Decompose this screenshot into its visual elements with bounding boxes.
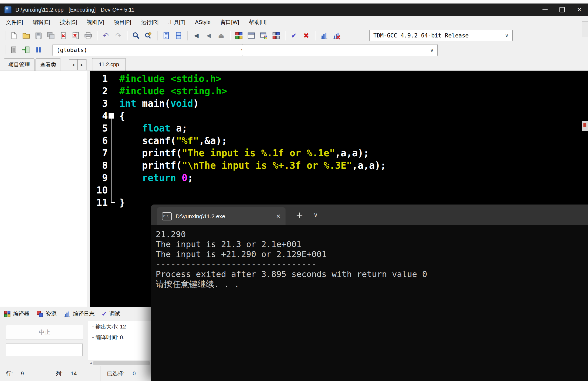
tab-compile-log-label: 编译日志 [73,310,95,317]
tab-resources[interactable]: 资源 [36,310,57,317]
back-button[interactable]: ◀ [190,30,203,41]
source-lines-icon [162,32,170,40]
gray-door-icon [10,46,18,54]
close-file-button[interactable] [57,30,69,41]
toolbar-gripper[interactable] [3,45,5,54]
abort-button[interactable]: 中止 [6,325,83,340]
menu-file[interactable]: 文件[F] [1,19,28,26]
tab-compiler[interactable]: 编译器 [4,310,29,317]
new-file-button[interactable] [8,30,20,41]
status-col-cell: 列: 14 [49,366,100,381]
find-button[interactable] [130,30,142,41]
code-line: return 0; [119,172,386,184]
code-line: printf("The input is %.1f or %.1e",a,a); [119,147,386,159]
new-tab-button[interactable]: + [292,205,307,225]
compiler-select[interactable]: TDM-GCC 4.9.2 64-bit Release ∨ [369,30,513,41]
scope-select[interactable]: (globals) ∨ [53,44,248,56]
terminal-output[interactable]: 21.290 The input is 21.3 or 2.1e+001 The… [151,225,588,289]
open-folder-icon [22,32,30,40]
menu-window[interactable]: 窗口[W] [215,19,244,26]
tab-next-icon: ► [80,63,84,67]
back-icon: ◀ [194,33,199,39]
terminal-window[interactable]: C:\ D:\yunxing\11.2.exe ✕ + ∨ 21.290 The… [151,205,588,381]
scroll-left-icon[interactable]: ◄ [88,361,93,365]
delete-profile-button[interactable] [330,30,343,41]
terminal-tab-bar[interactable]: C:\ D:\yunxing\11.2.exe ✕ + ∨ [151,205,588,225]
compile-button[interactable] [233,30,245,41]
tab-compile-log[interactable]: 编译日志 [64,310,95,317]
tab-debug[interactable]: ✔ 调试 [102,310,120,318]
goto-declaration-button[interactable]: ⏏ [215,30,227,41]
menu-project[interactable]: 项目[P] [109,19,136,26]
goto-function-button[interactable] [172,30,185,41]
abort-compile-button[interactable]: ✖ [300,30,312,41]
terminal-tab[interactable]: C:\ D:\yunxing\11.2.exe ✕ [157,207,286,225]
menu-search[interactable]: 搜索[S] [55,19,82,26]
toolbar-gripper[interactable] [3,31,5,40]
rebuild-all-button[interactable] [270,30,282,41]
app-icon[interactable] [4,6,12,13]
clipped-side-panel [582,21,588,37]
forward-icon: ◀ [207,33,211,39]
status-line-cell: 行: 9 [0,366,49,381]
compile-grid-icon [235,32,243,40]
forward-button[interactable]: ◀ [203,30,215,41]
code-line: float a; [119,122,386,134]
close-all-button[interactable] [69,30,82,41]
debug-button[interactable]: ✔ [288,30,300,41]
menu-astyle[interactable]: AStyle [190,19,215,25]
tab-scroll-left-button[interactable]: ◄ [69,59,78,70]
replace-button[interactable] [142,30,155,41]
toolbar-separator [97,31,97,40]
line-number: 4 [90,110,108,122]
insert-member-button[interactable] [20,44,32,56]
profile-button[interactable] [318,30,330,41]
project-browser-panel[interactable] [0,71,87,307]
redo-button[interactable]: ↷ [112,30,124,41]
menu-view[interactable]: 视图[V] [82,19,109,26]
undo-button[interactable]: ↶ [100,30,112,41]
maximize-button[interactable] [554,4,571,16]
close-button[interactable]: ✕ [571,4,588,16]
tab-classes-label: 查看类 [40,61,56,68]
compile-run-icon [260,32,268,40]
open-file-button[interactable] [20,30,32,41]
redo-icon: ↷ [115,32,121,39]
editor-tab-11-2-cpp[interactable]: 11.2.cpp [92,58,126,71]
run-window-icon [247,32,255,40]
chevron-down-icon: ∨ [314,212,318,218]
compile-run-button[interactable] [258,30,270,41]
status-selected-label: 已选择: [107,370,125,377]
status-line-value: 9 [21,370,24,377]
tab-resources-label: 资源 [46,310,57,317]
line-number: 11 [90,196,108,209]
tab-project-manager[interactable]: 项目管理 [4,58,34,71]
menu-edit[interactable]: 编辑[E] [28,19,55,26]
tab-class-viewer[interactable]: 查看类 [36,58,61,71]
menu-run[interactable]: 运行[R] [136,19,163,26]
rebuild-grid-icon [272,32,280,40]
line-number: 5 [90,122,108,134]
toggle-bookmark-button[interactable] [32,44,45,56]
code-line: int main(void) [119,97,386,110]
scrollbar-thumb[interactable] [93,361,150,365]
goto-line-button[interactable] [160,30,172,41]
fold-marker[interactable] [109,113,114,119]
menu-tools[interactable]: 工具[T] [163,19,190,26]
members-select[interactable]: ∨ [242,44,438,56]
minimize-button[interactable] [536,4,554,16]
line-number: 7 [90,147,108,159]
print-button[interactable] [82,30,94,41]
menu-help[interactable]: 帮助[H] [244,19,272,26]
tab-dropdown-button[interactable]: ∨ [309,205,323,225]
status-line-label: 行: [6,370,13,377]
run-button[interactable] [245,30,258,41]
tab-scroll-right-button[interactable]: ► [77,59,86,70]
window-title: D:\yunxing\11.2.cpp - [Executing] - Dev-… [15,7,134,13]
save-all-button[interactable] [45,30,57,41]
resources-tab-icon [36,310,43,317]
new-source-button[interactable] [8,44,20,56]
editor-gutter[interactable]: 1 2 3 4 5 6 7 8 9 10 11 [90,72,108,209]
terminal-tab-close-icon[interactable]: ✕ [276,213,281,220]
save-button[interactable] [32,30,45,41]
